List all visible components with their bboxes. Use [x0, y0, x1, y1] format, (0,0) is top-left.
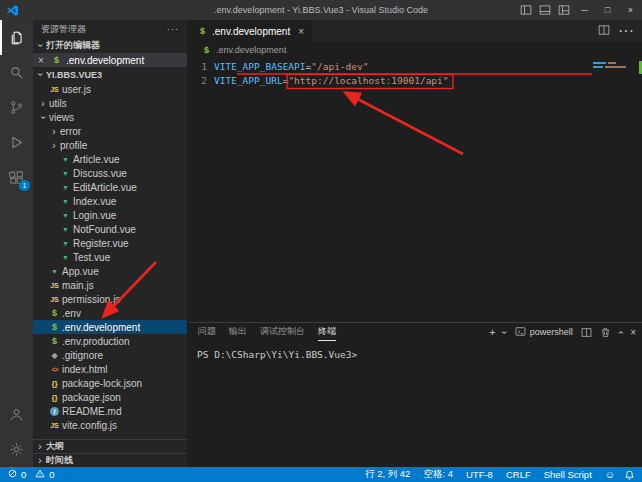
tree-item-.env.development[interactable]: $.env.development: [33, 320, 187, 334]
sidebar-header: 资源管理器 ···: [33, 20, 187, 38]
status-right-items: 行 2, 列 42空格: 4UTF-8CRLFShell Script: [365, 468, 592, 481]
tree-item-README.md[interactable]: iREADME.md: [33, 404, 187, 418]
breadcrumb-item[interactable]: .env.development: [216, 45, 286, 55]
md-file-icon: i: [48, 407, 61, 416]
split-editor-icon[interactable]: [598, 22, 610, 40]
panel-tab-终端[interactable]: 终端: [318, 323, 336, 341]
panel-tab-问题[interactable]: 问题: [198, 323, 216, 341]
warning-icon: [35, 469, 45, 480]
panel-tab-输出[interactable]: 输出: [229, 323, 247, 341]
tree-item-.env[interactable]: $.env: [33, 306, 187, 320]
feedback-smiley-icon[interactable]: ☺: [605, 469, 615, 480]
code-token: "/api-dev": [311, 61, 368, 72]
close-button[interactable]: ×: [619, 0, 642, 20]
file-label: Test.vue: [72, 252, 110, 263]
shell-label: powershell: [530, 327, 573, 337]
project-root-header[interactable]: › YI.BBS.VUE3: [33, 67, 187, 82]
open-editor-item[interactable]: × $ .env.development: [33, 53, 187, 67]
tree-item-Register.vue[interactable]: ▼Register.vue: [33, 236, 187, 250]
maximize-button[interactable]: □: [596, 0, 619, 20]
tree-item-Index.vue[interactable]: ▼Index.vue: [33, 194, 187, 208]
code-editor[interactable]: 1VITE_APP_BASEAPI="/api-dev"2VITE_APP_UR…: [188, 58, 642, 322]
status-item[interactable]: UTF-8: [466, 469, 493, 480]
account-icon[interactable]: [0, 397, 33, 432]
tree-item-Discuss.vue[interactable]: ▼Discuss.vue: [33, 166, 187, 180]
code-line-1[interactable]: 1VITE_APP_BASEAPI="/api-dev": [188, 60, 642, 74]
tree-item-profile[interactable]: ›profile: [33, 138, 187, 152]
terminal[interactable]: PS D:\CSharp\Yi\Yi.BBS.Vue3>: [188, 341, 642, 467]
vue-file-icon: ▼: [59, 156, 72, 163]
error-icon: [8, 469, 17, 480]
maximize-panel-icon[interactable]: ›: [615, 330, 626, 333]
sidebar-bottom-sections: › 大纲 › 时间线: [33, 439, 187, 467]
file-label: views: [48, 112, 74, 123]
tree-item-.gitignore[interactable]: ◆.gitignore: [33, 348, 187, 362]
titlebar-controls: ─ □ ×: [516, 0, 642, 20]
tree-item-Login.vue[interactable]: ▼Login.vue: [33, 208, 187, 222]
tree-item-error[interactable]: ›error: [33, 124, 187, 138]
editor-actions: ···: [598, 20, 642, 42]
editor-region: $ .env.development × ··· $ .env.developm…: [188, 20, 642, 467]
status-item[interactable]: Shell Script: [544, 469, 592, 480]
status-item[interactable]: 空格: 4: [423, 468, 453, 481]
tree-item-index.html[interactable]: <>index.html: [33, 362, 187, 376]
layout-customize-icon[interactable]: [554, 0, 573, 20]
file-label: user.js: [61, 84, 91, 95]
vue-file-icon: ▼: [59, 184, 72, 191]
close-icon[interactable]: ×: [298, 26, 304, 37]
status-item[interactable]: 行 2, 列 42: [365, 468, 410, 481]
minimap[interactable]: [593, 62, 635, 68]
tree-item-main.js[interactable]: JSmain.js: [33, 278, 187, 292]
panel-tabs: 问题输出调试控制台终端: [198, 323, 336, 341]
env-file-icon: $: [50, 55, 63, 65]
tab-env-development[interactable]: $ .env.development ×: [188, 20, 312, 42]
source-control-icon[interactable]: [0, 90, 33, 125]
notifications-bell-icon[interactable]: [625, 470, 634, 480]
minimap-line: [593, 62, 635, 64]
tree-item-utils[interactable]: ›utils: [33, 96, 187, 110]
search-icon[interactable]: [0, 55, 33, 90]
split-terminal-icon[interactable]: [581, 327, 592, 338]
explorer-icon[interactable]: [0, 20, 33, 55]
tree-item-package.json[interactable]: {}package.json: [33, 390, 187, 404]
tree-item-NotFound.vue[interactable]: ▼NotFound.vue: [33, 222, 187, 236]
tree-item-vite.config.js[interactable]: JSvite.config.js: [33, 418, 187, 432]
more-actions-icon[interactable]: ···: [618, 22, 634, 40]
file-label: Index.vue: [72, 196, 116, 207]
tree-item-App.vue[interactable]: ▼App.vue: [33, 264, 187, 278]
tree-item-permission.js[interactable]: JSpermission.js: [33, 292, 187, 306]
new-terminal-icon[interactable]: +: [490, 327, 496, 338]
tree-item-Article.vue[interactable]: ▼Article.vue: [33, 152, 187, 166]
code-line-2[interactable]: 2VITE_APP_URL="http://localhost:19001/ap…: [188, 74, 642, 88]
more-actions-icon[interactable]: ···: [167, 24, 179, 34]
kill-terminal-trash-icon[interactable]: [600, 327, 611, 338]
line-number: 2: [188, 74, 207, 88]
minimize-button[interactable]: ─: [573, 0, 596, 20]
file-label: main.js: [61, 280, 94, 291]
problems-status[interactable]: 0 0: [8, 469, 55, 480]
tree-item-Test.vue[interactable]: ▼Test.vue: [33, 250, 187, 264]
chevron-down-icon[interactable]: ›: [500, 330, 511, 333]
outline-section[interactable]: › 大纲: [33, 439, 187, 453]
terminal-tab-powershell[interactable]: powershell: [515, 326, 573, 339]
file-label: profile: [59, 140, 87, 151]
panel-tab-调试控制台[interactable]: 调试控制台: [260, 323, 305, 341]
breadcrumb[interactable]: $ .env.development: [188, 42, 642, 58]
close-icon[interactable]: ×: [38, 55, 47, 66]
timeline-section[interactable]: › 时间线: [33, 453, 187, 467]
extensions-icon[interactable]: 1: [0, 160, 33, 195]
tree-item-user.js[interactable]: JSuser.js: [33, 82, 187, 96]
status-item[interactable]: CRLF: [506, 469, 531, 480]
code-token: "http://localhost:19001/api": [288, 75, 448, 86]
terminal-icon: [515, 326, 526, 339]
tree-item-EditArticle.vue[interactable]: ▼EditArticle.vue: [33, 180, 187, 194]
layout-sidebar-icon[interactable]: [516, 0, 535, 20]
tree-item-package-lock.json[interactable]: {}package-lock.json: [33, 376, 187, 390]
tree-item-.env.production[interactable]: $.env.production: [33, 334, 187, 348]
tree-item-views[interactable]: ›views: [33, 110, 187, 124]
run-debug-icon[interactable]: [0, 125, 33, 160]
open-editors-header[interactable]: › 打开的编辑器: [33, 38, 187, 53]
settings-gear-icon[interactable]: [0, 432, 33, 467]
close-panel-icon[interactable]: ×: [630, 327, 636, 338]
layout-panel-icon[interactable]: [535, 0, 554, 20]
